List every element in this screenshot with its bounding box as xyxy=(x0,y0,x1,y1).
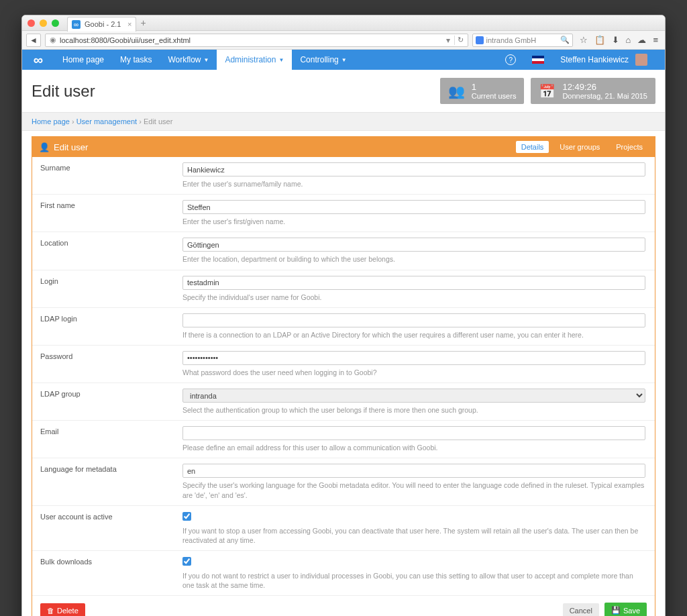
input-password[interactable] xyxy=(182,351,645,365)
close-window-icon[interactable] xyxy=(28,19,35,27)
delete-button[interactable]: 🗑 Delete xyxy=(40,603,85,616)
input-firstname[interactable] xyxy=(182,200,645,214)
time-text: 12:49:26 xyxy=(562,82,647,92)
search-icon: 🔍 xyxy=(560,36,570,44)
row-surname: Surname Enter the user's surname/family … xyxy=(32,157,655,195)
input-login[interactable] xyxy=(182,276,645,290)
help-password: What password does the user need when lo… xyxy=(182,368,645,377)
delete-label: Delete xyxy=(57,607,78,615)
label-ldap-group: LDAP group xyxy=(32,387,180,416)
help-active: If you want to stop a user from accessin… xyxy=(182,526,645,545)
row-email: Email Please define an email address for… xyxy=(32,421,655,458)
breadcrumb-home[interactable]: Home page xyxy=(32,117,70,125)
row-login: Login Specify the individual's user name… xyxy=(32,270,655,308)
nav-label: My tasks xyxy=(120,55,152,64)
date-text: Donnerstag, 21. Mai 2015 xyxy=(562,92,647,100)
app-logo[interactable]: ∞ xyxy=(22,52,54,68)
flag-icon xyxy=(532,56,544,64)
label-firstname: First name xyxy=(32,199,180,227)
help-language: Specify the user's working language for … xyxy=(182,480,645,499)
row-bulk: Bulk downloads If you do not want to res… xyxy=(32,551,655,596)
nav-administration[interactable]: Administration▼ xyxy=(217,50,292,70)
save-icon: 💾 xyxy=(611,606,621,615)
help-icon: ? xyxy=(505,54,516,65)
maximize-window-icon[interactable] xyxy=(52,19,59,27)
help-email: Please define an email address for this … xyxy=(182,443,645,452)
label-ldap-login: LDAP login xyxy=(32,312,180,341)
nav-workflow[interactable]: Workflow▼ xyxy=(160,50,217,70)
row-ldap-login: LDAP login If there is a connection to a… xyxy=(32,308,655,346)
user-menu[interactable]: Steffen Hankiewicz xyxy=(552,50,655,70)
language-switch[interactable] xyxy=(524,50,552,70)
reload-icon[interactable]: ↻ xyxy=(458,36,464,44)
clipboard-icon[interactable]: 📋 xyxy=(594,35,605,45)
help-bulk: If you do not want to restrict a user to… xyxy=(182,571,645,590)
help-ldap-login: If there is a connection to an LDAP or a… xyxy=(182,330,645,340)
label-language: Language for metadata xyxy=(32,462,180,501)
nav-mytasks[interactable]: My tasks xyxy=(112,50,160,70)
label-surname: Surname xyxy=(32,161,180,190)
home-icon[interactable]: ⌂ xyxy=(626,35,631,45)
avatar xyxy=(635,54,647,66)
input-language[interactable] xyxy=(182,464,645,478)
row-firstname: First name Enter the user's first/given … xyxy=(32,195,655,232)
breadcrumb-current: Edit user xyxy=(144,117,172,125)
bookmark-icon[interactable]: ☆ xyxy=(580,35,588,45)
user-icon: 👤 xyxy=(39,142,50,152)
datetime-card: 📅 12:49:26 Donnerstag, 21. Mai 2015 xyxy=(531,78,655,104)
new-tab-button[interactable]: + xyxy=(140,17,146,28)
browser-window: ∞ Goobi - 2.1 × + ◄ ◉ localhost:8080/Goo… xyxy=(21,15,666,616)
search-field[interactable]: intranda GmbH 🔍 xyxy=(472,34,573,47)
tab-projects[interactable]: Projects xyxy=(611,141,648,153)
panel-header: 👤 Edit user Details User groups Projects xyxy=(32,137,655,157)
mac-titlebar: ∞ Goobi - 2.1 × + xyxy=(22,15,665,31)
current-users-card[interactable]: 👥 1 Current users xyxy=(440,78,525,104)
checkbox-bulk[interactable] xyxy=(182,557,191,566)
url-text: localhost:8080/Goobi/uii/user_edit.xhtml xyxy=(60,36,191,44)
toolbar-icons: ☆ 📋 ⬇ ⌂ ☁ ≡ xyxy=(577,35,661,45)
nav-home[interactable]: Home page xyxy=(54,50,112,70)
menu-icon[interactable]: ≡ xyxy=(653,35,658,45)
minimize-window-icon[interactable] xyxy=(40,19,47,27)
page-title: Edit user xyxy=(32,82,433,101)
input-email[interactable] xyxy=(182,426,645,440)
breadcrumb: Home page › User management › Edit user xyxy=(22,112,665,131)
label-location: Location xyxy=(32,236,180,265)
close-tab-icon[interactable]: × xyxy=(127,20,131,28)
users-label: Current users xyxy=(472,92,517,100)
browser-tab[interactable]: ∞ Goobi - 2.1 × xyxy=(67,17,136,32)
trash-icon: 🗑 xyxy=(47,607,54,615)
breadcrumb-sep: › xyxy=(139,117,142,125)
help-button[interactable]: ? xyxy=(497,50,524,70)
cancel-label: Cancel xyxy=(570,607,592,615)
history-icon[interactable]: ▾ xyxy=(446,36,455,45)
chat-icon[interactable]: ☁ xyxy=(637,35,646,45)
input-surname[interactable] xyxy=(182,162,645,176)
nav-label: Administration xyxy=(225,55,276,64)
label-email: Email xyxy=(32,425,180,454)
favicon-icon: ∞ xyxy=(72,20,81,29)
save-button[interactable]: 💾 Save xyxy=(604,603,647,616)
globe-icon: ◉ xyxy=(50,36,56,44)
label-bulk: Bulk downloads xyxy=(32,555,180,591)
breadcrumb-sep: › xyxy=(72,117,74,125)
tab-usergroups[interactable]: User groups xyxy=(554,141,605,153)
breadcrumb-usermgmt[interactable]: User management xyxy=(76,117,138,125)
url-field[interactable]: ◉ localhost:8080/Goobi/uii/user_edit.xht… xyxy=(45,34,468,47)
download-icon[interactable]: ⬇ xyxy=(612,35,619,45)
back-button[interactable]: ◄ xyxy=(26,34,41,47)
user-form: Surname Enter the user's surname/family … xyxy=(32,157,655,616)
traffic-lights xyxy=(28,19,59,27)
users-count: 1 xyxy=(472,82,517,92)
input-location[interactable] xyxy=(182,238,645,252)
cancel-button[interactable]: Cancel xyxy=(563,603,599,616)
select-ldap-group[interactable]: intranda xyxy=(182,389,645,403)
input-ldap-login[interactable] xyxy=(182,313,645,327)
nav-controlling[interactable]: Controlling▼ xyxy=(292,50,354,70)
user-name: Steffen Hankiewicz xyxy=(560,55,629,64)
chevron-down-icon: ▼ xyxy=(278,57,284,63)
checkbox-active[interactable] xyxy=(182,512,191,521)
logo-glyph: ∞ xyxy=(34,52,43,68)
tab-details[interactable]: Details xyxy=(516,141,549,153)
chevron-down-icon: ▼ xyxy=(341,57,347,63)
